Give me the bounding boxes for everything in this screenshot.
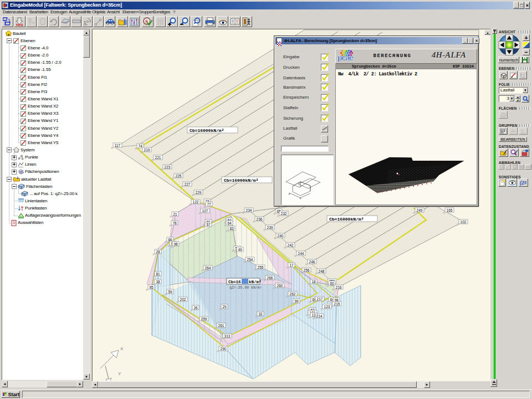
svg-text:28: 28 (156, 250, 160, 254)
svg-text:18: 18 (311, 280, 316, 284)
svg-text:95: 95 (149, 285, 154, 289)
svg-text:99: 99 (294, 299, 299, 303)
svg-text:254: 254 (247, 258, 253, 262)
svg-text:78: 78 (172, 221, 177, 225)
svg-text:240: 240 (278, 234, 284, 238)
svg-text:49: 49 (238, 248, 242, 252)
svg-text:234: 234 (246, 208, 252, 212)
svg-text:neu: neu (16, 23, 23, 27)
svg-text:123: 123 (324, 305, 330, 309)
svg-text:13: 13 (311, 313, 316, 317)
svg-text:202: 202 (180, 298, 186, 301)
svg-text:255: 255 (258, 265, 264, 269)
svg-text:98: 98 (173, 242, 178, 246)
svg-text:107: 107 (202, 209, 208, 213)
svg-text:216: 216 (336, 285, 342, 289)
svg-text:215: 215 (334, 302, 340, 306)
svg-text:Y: Y (118, 371, 121, 376)
svg-text:219: 219 (144, 148, 150, 152)
svg-text:217: 217 (317, 297, 323, 301)
svg-text:165: 165 (447, 208, 453, 212)
svg-text:229: 229 (196, 191, 202, 195)
svg-text:290: 290 (221, 347, 227, 351)
svg-text:57: 57 (206, 223, 211, 227)
svg-text:239: 239 (267, 226, 273, 229)
svg-text:236: 236 (257, 217, 263, 221)
svg-text:32: 32 (258, 312, 263, 316)
svg-text:Cb=16000kN/m²: Cb=16000kN/m² (224, 178, 258, 183)
svg-text:pcae: pcae (337, 53, 354, 62)
svg-text:262: 262 (290, 292, 296, 296)
svg-text:249: 249 (417, 208, 423, 212)
svg-text:X: X (120, 346, 124, 351)
svg-text:21: 21 (173, 212, 177, 216)
svg-text:313: 313 (224, 334, 231, 338)
svg-text:81: 81 (156, 272, 160, 276)
svg-text:102: 102 (461, 220, 467, 224)
svg-text:232: 232 (281, 212, 287, 216)
svg-text:17: 17 (289, 263, 294, 267)
svg-text:225: 225 (176, 174, 182, 178)
svg-text:83: 83 (229, 227, 234, 231)
svg-text:98: 98 (334, 298, 339, 302)
svg-text:122: 122 (193, 200, 199, 204)
svg-text:261: 261 (218, 324, 224, 328)
svg-text:248: 248 (319, 269, 325, 273)
svg-text:223: 223 (165, 165, 171, 169)
svg-text:29: 29 (222, 305, 227, 309)
svg-text:260: 260 (277, 284, 283, 288)
svg-text:kN/m²: kN/m² (249, 280, 262, 284)
svg-text:T: T (521, 129, 524, 133)
svg-text:266: 266 (267, 276, 273, 280)
svg-text:Cb=16: Cb=16 (228, 280, 241, 284)
svg-text:256: 256 (304, 268, 310, 272)
svg-text:qZ=-25.00 kN/m²: qZ=-25.00 kN/m² (229, 286, 262, 290)
svg-text:—: — (511, 131, 514, 134)
svg-text:246: 246 (309, 260, 315, 264)
svg-text:Cb=16000kN/m²: Cb=16000kN/m² (329, 217, 364, 222)
svg-text:66: 66 (168, 238, 172, 242)
svg-text:242: 242 (288, 243, 294, 247)
svg-text:244: 244 (298, 252, 304, 255)
svg-text:227: 227 (185, 182, 191, 186)
svg-text:26: 26 (193, 306, 198, 310)
svg-text:60: 60 (330, 282, 334, 285)
svg-text:38: 38 (156, 280, 160, 284)
svg-text:259: 259 (201, 317, 207, 321)
svg-text:74: 74 (138, 144, 142, 148)
svg-text:264: 264 (205, 266, 211, 270)
svg-text:64: 64 (227, 221, 232, 225)
svg-text:117: 117 (115, 144, 121, 147)
svg-text:Cb=16000kN/m²: Cb=16000kN/m² (190, 128, 224, 133)
svg-text:77: 77 (207, 202, 211, 206)
svg-text:221: 221 (155, 156, 161, 160)
svg-text:59: 59 (168, 290, 172, 294)
